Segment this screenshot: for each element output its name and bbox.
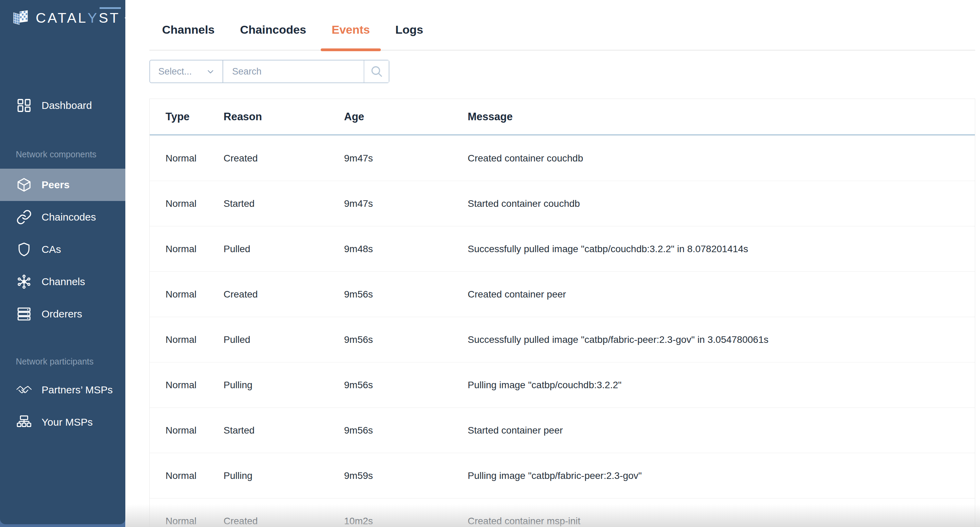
cell-message: Created container couchdb [468,153,975,164]
cell-reason: Started [224,198,344,209]
table-row: Normal Pulled 9m48s Successfully pulled … [150,226,975,271]
cell-reason: Created [224,516,344,527]
cell-reason: Started [224,425,344,436]
app-logo[interactable]: CATALYST [12,7,118,29]
sidebar-item-dashboard[interactable]: Dashboard [0,90,125,121]
table-row: Normal Pulled 9m56s Successfully pulled … [150,317,975,362]
type-filter-select[interactable]: Select... [150,60,223,83]
tab-events[interactable]: Events [319,10,383,50]
sidebar-item-cas[interactable]: CAs [0,233,125,266]
cell-type: Normal [165,153,224,164]
sidebar-item-label: Your MSPs [41,416,93,428]
cell-reason: Pulling [224,380,344,391]
sidebar-item-label: CAs [41,244,61,255]
sidebar-section-network-participants: Network participants [16,353,94,369]
cell-age: 9m56s [344,334,468,345]
table-row: Normal Started 9m56s Started container p… [150,408,975,453]
app-title: CATALYST [36,10,120,26]
cell-type: Normal [165,334,224,345]
sidebar-item-label: Chaincodes [41,211,96,223]
sidebar-item-peers[interactable]: Peers [0,169,125,201]
sidebar-panel: CATALYST Dashboard Network components [0,0,125,524]
network-hub-icon [16,274,32,290]
cell-age: 9m48s [344,244,468,255]
cell-message: Created container msp-init [468,516,975,527]
table-row: Normal Pulling 9m56s Pulling image "catb… [150,362,975,408]
sidebar-item-label: Partners’ MSPs [41,384,113,396]
content-tabs: Channels Chaincodes Events Logs [150,0,975,51]
table-row: Normal Created 9m47s Created container c… [150,135,975,181]
cell-message: Pulling image "catbp/couchdb:3.2.2" [468,380,975,391]
sidebar-item-your-msps[interactable]: Your MSPs [0,406,125,438]
column-header-age: Age [344,111,468,123]
server-stack-icon [16,306,32,322]
cell-age: 9m47s [344,153,468,164]
table-row: Normal Created 9m56s Created container p… [150,271,975,317]
column-header-type: Type [165,111,224,123]
events-table: Type Reason Age Message Normal Created 9… [150,99,975,527]
sidebar-collapse-button[interactable] [120,9,125,27]
sidebar-item-orderers[interactable]: Orderers [0,298,125,330]
sidebar-item-label: Channels [41,276,85,288]
sidebar: CATALYST Dashboard Network components [0,0,125,527]
column-header-reason: Reason [224,111,344,123]
sidebar-item-label: Peers [41,179,70,191]
cell-age: 9m56s [344,425,468,436]
cell-reason: Pulled [224,334,344,345]
cell-message: Started container peer [468,425,975,436]
select-placeholder: Select... [158,66,192,77]
org-chart-icon [16,414,32,430]
table-header-row: Type Reason Age Message [150,99,975,135]
cell-message: Created container peer [468,289,975,300]
catalyst-cube-logo-icon [12,9,30,27]
sidebar-item-label: Dashboard [41,100,92,111]
shield-icon [16,241,32,258]
table-row: Normal Created 10m2s Created container m… [150,498,975,527]
cell-reason: Created [224,153,344,164]
tab-chaincodes[interactable]: Chaincodes [228,10,319,50]
dashboard-icon [16,97,32,114]
cell-type: Normal [165,380,224,391]
chevron-left-icon [120,10,125,26]
search-field-group [223,60,390,83]
sidebar-item-channels[interactable]: Channels [0,266,125,298]
cell-age: 9m56s [344,380,468,391]
search-input[interactable] [223,61,364,83]
cell-message: Successfully pulled image "catbp/fabric-… [468,334,975,345]
table-row: Normal Started 9m47s Started container c… [150,181,975,226]
sidebar-item-partners-msps[interactable]: Partners’ MSPs [0,374,125,406]
cell-type: Normal [165,289,224,300]
tab-channels[interactable]: Channels [150,10,228,50]
cell-reason: Pulling [224,470,344,481]
tab-logs[interactable]: Logs [382,10,436,50]
handshake-icon [16,382,32,398]
cell-message: Successfully pulled image "catbp/couchdb… [468,244,975,255]
cell-type: Normal [165,516,224,527]
cell-type: Normal [165,198,224,209]
sidebar-item-label: Orderers [41,308,82,320]
cell-age: 10m2s [344,516,468,527]
cell-age: 9m59s [344,470,468,481]
search-button[interactable] [364,61,389,83]
sidebar-item-chaincodes[interactable]: Chaincodes [0,201,125,233]
cell-reason: Created [224,289,344,300]
cell-message: Started container couchdb [468,198,975,209]
sidebar-section-network-components: Network components [16,146,97,162]
filter-bar: Select... [150,60,390,83]
cell-message: Pulling image "catbp/fabric-peer:2.3-gov… [468,470,975,481]
chevron-down-icon [205,66,216,76]
cell-type: Normal [165,244,224,255]
search-icon [369,64,384,79]
cube-icon [16,177,32,193]
cell-type: Normal [165,425,224,436]
column-header-message: Message [468,111,975,123]
cell-age: 9m47s [344,198,468,209]
cell-type: Normal [165,470,224,481]
cell-age: 9m56s [344,289,468,300]
table-row: Normal Pulling 9m59s Pulling image "catb… [150,453,975,498]
chain-link-icon [16,209,32,225]
cell-reason: Pulled [224,244,344,255]
